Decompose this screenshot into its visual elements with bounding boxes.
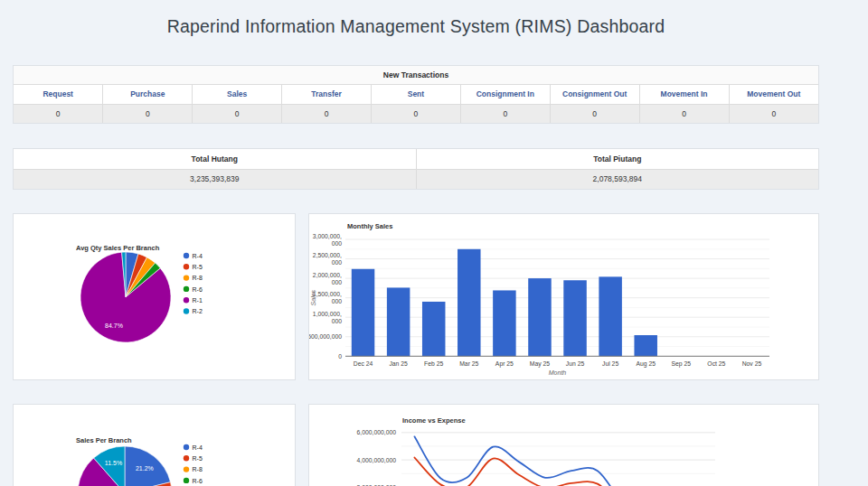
x-tick-label: Dec 24 [354,360,373,367]
charts-row-2: Sales Per Branch21.2%24.5%10.7%23.6%11.5… [13,404,819,486]
chart-title: Sales Per Branch [76,436,132,444]
x-tick-label: Jul 25 [602,360,618,367]
transactions-col-header-1: Purchase [103,84,193,104]
y-tick-label: 3,000,000, [313,233,342,239]
transactions-col-header-7: Movement In [639,84,729,104]
transactions-value-5: 0 [460,104,550,123]
y-tick-label: 1,500,000, [313,291,342,297]
x-tick-label: May 25 [530,360,551,368]
legend-swatch-R-4 [184,253,189,258]
transactions-header-row: RequestPurchaseSalesTransferSentConsignm… [14,84,818,104]
y-tick-label: 4,000,000,000 [357,457,397,463]
bar-May 25[interactable] [528,278,552,356]
legend-swatch-R-6 [184,286,189,292]
y-tick-label: 000 [332,279,343,285]
x-tick-label: Oct 25 [707,360,725,367]
transactions-value-0: 0 [14,104,103,123]
y-tick-label: 000 [332,298,343,304]
sales-per-branch-pie-chart[interactable]: Sales Per Branch21.2%24.5%10.7%23.6%11.5… [13,404,296,486]
legend-swatch-R-5 [184,264,189,269]
bar-Feb 25[interactable] [422,302,446,356]
y-tick-label: 6,000,000,000 [357,429,397,435]
bar-Aug 25[interactable] [634,335,657,356]
bar-Dec 24[interactable] [352,269,375,357]
totals-value-1: 2,078,593,894 [416,169,818,189]
y-tick-label: 2,500,000, [313,252,342,258]
transactions-value-7: 0 [639,104,729,123]
y-tick-label: 1,000,000, [313,311,342,317]
totals-card: Total HutangTotal Piutang 3,235,393,8392… [13,148,819,190]
x-axis-title: Month [549,369,567,376]
totals-table: Total HutangTotal Piutang 3,235,393,8392… [14,149,818,189]
slice-percent-label: 21.2% [136,465,154,472]
new-transactions-title: New Transactions [14,66,818,84]
page-title: Raperind Information Management System (… [13,14,819,38]
charts-row-1: Avg Qty Sales Per Branch84.7%R-4R-5R-8R-… [13,213,819,380]
avg-qty-sales-pie-chart[interactable]: Avg Qty Sales Per Branch84.7%R-4R-5R-8R-… [13,213,296,380]
y-tick-label: 000 [332,240,343,247]
x-tick-label: Feb 25 [424,360,443,367]
chart-title: Avg Qty Sales Per Branch [76,244,160,252]
transactions-col-header-2: Sales [193,84,282,104]
y-axis-title: Sales [310,289,316,305]
x-tick-label: Aug 25 [636,360,656,368]
legend-swatch-R-8 [184,466,189,472]
series-line-income[interactable] [414,436,623,486]
transactions-col-header-0: Request [14,84,103,104]
bar-Jan 25[interactable] [387,287,410,356]
legend-swatch-R-2 [184,308,189,313]
transactions-col-header-4: Sent [372,84,461,104]
legend-swatch-R-1 [184,297,189,303]
legend-label-R-8: R-8 [193,275,203,281]
new-transactions-table: New Transactions RequestPurchaseSalesTra… [14,66,818,123]
legend-label-R-6: R-6 [193,478,203,484]
legend-label-R-4: R-4 [193,253,203,259]
y-tick-label: 000 [332,259,343,266]
transactions-value-6: 0 [550,104,639,123]
x-tick-label: Sep 25 [672,360,692,368]
legend-label-R-8: R-8 [193,466,203,472]
chart-title: Income vs Expense [402,416,466,425]
totals-header-row: Total HutangTotal Piutang [14,149,818,169]
legend-label-R-6: R-6 [193,286,203,293]
transactions-col-header-3: Transfer [282,84,372,104]
slice-percent-label: 84.7% [105,322,123,329]
legend-label-R-2: R-2 [193,308,203,314]
new-transactions-card: New Transactions RequestPurchaseSalesTra… [13,65,819,124]
slice-percent-label: 11.5% [105,460,122,466]
transactions-col-header-8: Movement Out [729,84,818,104]
totals-value-0: 3,235,393,839 [14,169,416,189]
dashboard-page: Raperind Information Management System (… [13,14,819,486]
transactions-values-row: 000000000 [14,104,818,123]
transactions-value-8: 0 [729,104,818,123]
transactions-value-4: 0 [372,104,461,123]
bar-Jun 25[interactable] [563,280,587,356]
x-tick-label: Jun 25 [566,360,585,367]
totals-col-header-1: Total Piutang [416,149,818,169]
transactions-col-header-6: Consignment Out [550,84,639,104]
y-tick-label: 2,000,000, [313,272,342,278]
legend-swatch-R-4 [184,444,189,450]
totals-values-row: 3,235,393,8392,078,593,894 [14,169,818,189]
legend-label-R-4: R-4 [193,444,203,451]
totals-col-header-0: Total Hutang [14,149,416,169]
x-tick-label: Nov 25 [742,360,762,367]
income-vs-expense-line-chart[interactable]: 2,000,000,0004,000,000,0006,000,000,000D… [308,404,819,486]
transactions-col-header-5: Consignment In [460,84,550,104]
legend-label-R-1: R-1 [193,297,203,304]
bar-Apr 25[interactable] [493,290,516,356]
monthly-sales-bar-chart[interactable]: 0500,000,0001,000,000,0001,500,000,0002,… [308,213,819,380]
y-tick-label: 500,000,000 [309,333,342,340]
bar-Jul 25[interactable] [599,276,622,356]
transactions-value-2: 0 [193,104,282,123]
legend-swatch-R-8 [184,275,189,280]
legend-label-R-5: R-5 [193,455,203,462]
legend-label-R-5: R-5 [193,264,203,270]
legend-swatch-R-5 [184,455,189,461]
y-tick-label: 000 [332,318,343,324]
x-tick-label: Apr 25 [495,360,514,368]
x-tick-label: Mar 25 [459,360,478,367]
bar-Mar 25[interactable] [458,249,481,357]
transactions-value-1: 0 [103,104,193,123]
y-tick-label: 0 [338,353,342,360]
